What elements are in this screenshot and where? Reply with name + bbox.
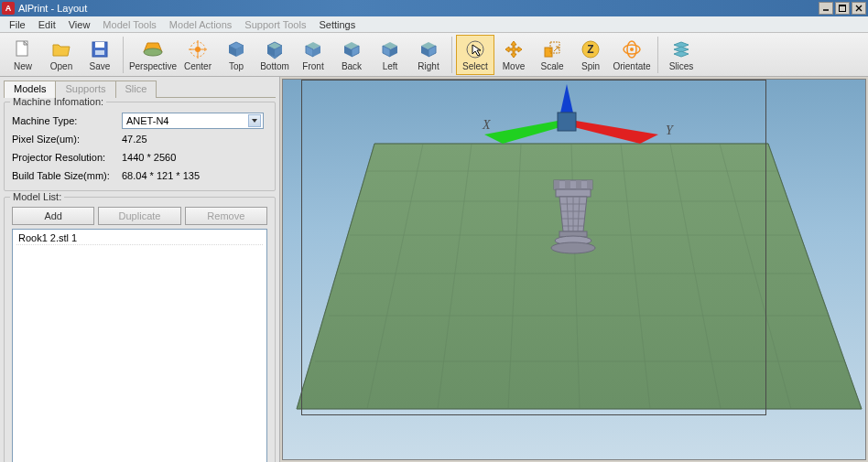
svg-rect-36 <box>545 48 552 57</box>
build-table-label: Build Table Size(mm): <box>12 170 122 181</box>
panel-tabs: Models Supports Slice <box>4 80 276 98</box>
right-view-button[interactable]: Right <box>409 35 448 75</box>
scale-tool-button[interactable]: Scale <box>533 35 571 75</box>
svg-rect-70 <box>554 180 559 189</box>
machine-info-group: Machine Infomation: Machine Type: ANET-N… <box>4 102 276 191</box>
svg-point-84 <box>551 242 595 253</box>
center-icon <box>187 38 209 60</box>
svg-rect-71 <box>565 180 570 189</box>
save-button[interactable]: Save <box>81 35 119 75</box>
scale-icon <box>541 38 563 60</box>
maximize-button[interactable] <box>835 2 850 15</box>
cube-front-icon <box>302 38 324 60</box>
svg-rect-74 <box>556 189 591 197</box>
menu-bar: File Edit View Model Tools Model Actions… <box>0 16 868 33</box>
list-item[interactable]: Rook1 2.stl 1 <box>16 231 263 245</box>
cube-right-icon <box>418 38 439 60</box>
toolbar-separator <box>657 37 658 73</box>
cube-left-icon <box>379 38 401 60</box>
new-file-icon <box>12 38 34 60</box>
move-arrows-icon <box>503 38 525 60</box>
pixel-size-label: Pixel Size(um): <box>12 134 122 145</box>
orientate-tool-button[interactable]: Orientate <box>610 35 654 75</box>
open-folder-icon <box>50 38 72 60</box>
select-tool-button[interactable]: Select <box>456 35 494 75</box>
orientate-icon <box>621 38 643 60</box>
menu-view[interactable]: View <box>63 17 96 32</box>
chevron-down-icon <box>248 114 261 127</box>
center-button[interactable]: Center <box>179 35 217 75</box>
tab-models[interactable]: Models <box>4 81 56 98</box>
back-view-button[interactable]: Back <box>332 35 371 75</box>
model-list-label: Model List: <box>10 191 64 202</box>
tab-slice[interactable]: Slice <box>115 81 157 98</box>
model-list-group: Model List: Add Duplicate Remove Rook1 2… <box>4 197 276 462</box>
cube-back-icon <box>341 38 363 60</box>
left-view-button[interactable]: Left <box>371 35 409 75</box>
app-icon: A <box>2 2 15 15</box>
machine-type-label: Machine Type: <box>12 115 122 126</box>
menu-model-actions[interactable]: Model Actions <box>164 17 237 32</box>
model-listbox[interactable]: Rook1 2.stl 1 <box>12 229 267 462</box>
machine-type-select[interactable]: ANET-N4 <box>122 113 264 129</box>
toolbar-separator <box>451 37 452 73</box>
menu-settings[interactable]: Settings <box>313 17 361 32</box>
projector-res-label: Projector Resolution: <box>12 152 122 163</box>
add-button[interactable]: Add <box>12 207 94 225</box>
svg-marker-45 <box>674 51 689 57</box>
close-button[interactable] <box>852 2 866 15</box>
svg-rect-8 <box>95 42 104 48</box>
slices-button[interactable]: Slices <box>662 35 700 75</box>
svg-marker-46 <box>252 119 257 123</box>
window-title: AlPrint - Layout <box>18 3 819 14</box>
svg-point-42 <box>630 48 634 51</box>
spin-axis-icon: Z <box>580 38 602 60</box>
svg-rect-9 <box>95 50 104 55</box>
cube-bottom-icon <box>264 38 286 60</box>
menu-file[interactable]: File <box>4 17 31 32</box>
build-volume-box <box>301 80 766 415</box>
title-bar: A AlPrint - Layout <box>0 0 868 16</box>
side-panel: Models Supports Slice Machine Infomation… <box>0 77 280 462</box>
remove-button[interactable]: Remove <box>185 207 267 225</box>
save-disk-icon <box>89 38 111 60</box>
svg-point-11 <box>144 48 162 56</box>
build-table-value: 68.04 * 121 * 135 <box>122 170 267 181</box>
front-view-button[interactable]: Front <box>294 35 332 75</box>
cube-top-icon <box>225 38 247 60</box>
3d-viewport[interactable]: X Y <box>282 79 866 460</box>
svg-rect-73 <box>587 180 592 189</box>
projector-res-value: 1440 * 2560 <box>122 152 267 163</box>
slices-layers-icon <box>670 38 692 60</box>
perspective-button[interactable]: Perspective <box>127 35 179 75</box>
open-button[interactable]: Open <box>42 35 81 75</box>
svg-text:Z: Z <box>587 43 593 56</box>
spin-tool-button[interactable]: ZSpin <box>571 35 610 75</box>
perspective-icon <box>142 38 164 60</box>
menu-support-tools[interactable]: Support Tools <box>239 17 311 32</box>
menu-edit[interactable]: Edit <box>33 17 61 32</box>
minimize-button[interactable] <box>819 2 833 15</box>
toolbar: New Open Save Perspective Center Top Bot… <box>0 33 868 77</box>
move-tool-button[interactable]: Move <box>494 35 533 75</box>
new-button[interactable]: New <box>4 35 42 75</box>
top-view-button[interactable]: Top <box>217 35 255 75</box>
svg-rect-69 <box>554 180 592 189</box>
model-preview[interactable] <box>548 178 598 255</box>
duplicate-button[interactable]: Duplicate <box>98 207 180 225</box>
machine-type-value: ANET-N4 <box>126 115 168 126</box>
toolbar-separator <box>123 37 124 73</box>
bottom-view-button[interactable]: Bottom <box>255 35 294 75</box>
cursor-icon <box>464 38 486 60</box>
svg-rect-72 <box>576 180 581 189</box>
menu-model-tools[interactable]: Model Tools <box>97 17 162 32</box>
pixel-size-value: 47.25 <box>122 134 267 145</box>
